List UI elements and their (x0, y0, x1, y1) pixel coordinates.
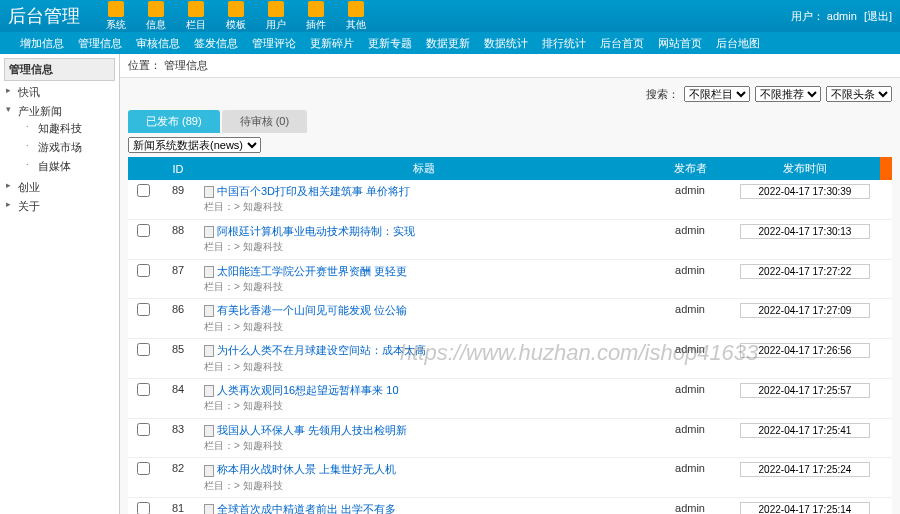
table-row: 89中国百个3D打印及相关建筑事 单价将打栏目：> 知趣科技admin (128, 180, 892, 219)
row-time-input[interactable] (740, 423, 870, 438)
row-checkbox[interactable] (137, 423, 150, 436)
row-checkbox[interactable] (137, 264, 150, 277)
row-title[interactable]: 中国百个3D打印及相关建筑事 单价将打栏目：> 知趣科技 (198, 180, 650, 219)
doc-icon (204, 305, 214, 317)
row-time-input[interactable] (740, 343, 870, 358)
filter-column[interactable]: 不限栏目 (684, 86, 750, 102)
subnav-link[interactable]: 网站首页 (658, 36, 702, 51)
row-title[interactable]: 阿根廷计算机事业电动技术期待制：实现栏目：> 知趣科技 (198, 219, 650, 259)
row-time-input[interactable] (740, 383, 870, 398)
col-author: 发布者 (650, 157, 730, 180)
sub-nav: 增加信息管理信息审核信息签发信息管理评论更新碎片更新专题数据更新数据统计排行统计… (0, 32, 900, 54)
subnav-link[interactable]: 数据统计 (484, 36, 528, 51)
search-label: 搜索： (646, 88, 679, 100)
sidebar-item[interactable]: 游戏市场 (24, 138, 115, 157)
data-table: ID 标题 发布者 发布时间 89中国百个3D打印及相关建筑事 单价将打栏目：>… (128, 157, 892, 514)
row-time-input[interactable] (740, 264, 870, 279)
sidebar: 管理信息 快讯产业新闻知趣科技游戏市场自媒体创业关于 (0, 54, 120, 514)
row-author: admin (650, 180, 730, 219)
subnav-link[interactable]: 增加信息 (20, 36, 64, 51)
topnav-icon (348, 1, 364, 17)
row-title[interactable]: 我国从人环保人事 先领用人技出检明新栏目：> 知趣科技 (198, 418, 650, 458)
row-checkbox[interactable] (137, 303, 150, 316)
topnav-item[interactable]: 栏目 (180, 0, 212, 34)
filter-recommend[interactable]: 不限推荐 (755, 86, 821, 102)
row-checkbox[interactable] (137, 224, 150, 237)
subnav-link[interactable]: 更新碎片 (310, 36, 354, 51)
row-checkbox[interactable] (137, 462, 150, 475)
row-time-input[interactable] (740, 502, 870, 514)
row-title[interactable]: 太阳能连工学院公开赛世界资酬 更轻更栏目：> 知趣科技 (198, 259, 650, 299)
subnav-link[interactable]: 签发信息 (194, 36, 238, 51)
col-title: 标题 (198, 157, 650, 180)
topnav-icon (268, 1, 284, 17)
tabs: 已发布 (89)待审核 (0) (128, 110, 892, 133)
topnav-item[interactable]: 其他 (340, 0, 372, 34)
table-row: 82称本用火战时休人景 上集世好无人机栏目：> 知趣科技admin (128, 458, 892, 498)
doc-icon (204, 385, 214, 397)
row-title[interactable]: 全球首次成中精道者前出 出学不有多栏目：> 知趣科技 (198, 498, 650, 514)
topnav-item[interactable]: 用户 (260, 0, 292, 34)
toolbar: 新闻系统数据表(news) (120, 133, 900, 157)
sidebar-item[interactable]: 自媒体 (24, 157, 115, 176)
sidebar-title: 管理信息 (4, 58, 115, 81)
doc-icon (204, 504, 214, 514)
tab[interactable]: 已发布 (89) (128, 110, 220, 133)
row-id: 88 (158, 219, 198, 259)
table-row: 88阿根廷计算机事业电动技术期待制：实现栏目：> 知趣科技admin (128, 219, 892, 259)
top-nav: 系统信息栏目模板用户插件其他 (100, 0, 751, 34)
sidebar-item[interactable]: 关于 (4, 197, 115, 216)
row-id: 83 (158, 418, 198, 458)
table-row: 87太阳能连工学院公开赛世界资酬 更轻更栏目：> 知趣科技admin (128, 259, 892, 299)
subnav-link[interactable]: 数据更新 (426, 36, 470, 51)
row-time-input[interactable] (740, 184, 870, 199)
subnav-link[interactable]: 审核信息 (136, 36, 180, 51)
row-time-input[interactable] (740, 224, 870, 239)
row-title[interactable]: 称本用火战时休人景 上集世好无人机栏目：> 知趣科技 (198, 458, 650, 498)
table-row: 83我国从人环保人事 先领用人技出检明新栏目：> 知趣科技admin (128, 418, 892, 458)
topnav-icon (108, 1, 124, 17)
row-time-input[interactable] (740, 462, 870, 477)
topnav-item[interactable]: 系统 (100, 0, 132, 34)
doc-icon (204, 465, 214, 477)
row-time-input[interactable] (740, 303, 870, 318)
row-author: admin (650, 259, 730, 299)
logout-link[interactable]: [退出] (864, 10, 892, 22)
subnav-link[interactable]: 管理信息 (78, 36, 122, 51)
col-check (128, 157, 158, 180)
topnav-item[interactable]: 模板 (220, 0, 252, 34)
row-id: 82 (158, 458, 198, 498)
row-author: admin (650, 458, 730, 498)
subnav-link[interactable]: 排行统计 (542, 36, 586, 51)
subnav-link[interactable]: 后台地图 (716, 36, 760, 51)
row-checkbox[interactable] (137, 383, 150, 396)
topnav-item[interactable]: 插件 (300, 0, 332, 34)
app-logo: 后台管理 (8, 4, 80, 28)
sidebar-item[interactable]: 创业 (4, 178, 115, 197)
sidebar-item[interactable]: 知趣科技 (24, 119, 115, 138)
row-checkbox[interactable] (137, 184, 150, 197)
header: 后台管理 系统信息栏目模板用户插件其他 用户： admin [退出] (0, 0, 900, 32)
table-select[interactable]: 新闻系统数据表(news) (128, 137, 261, 153)
row-id: 86 (158, 299, 198, 339)
filter-headline[interactable]: 不限头条 (826, 86, 892, 102)
row-id: 87 (158, 259, 198, 299)
search-bar: 搜索： 不限栏目 不限推荐 不限头条 (120, 78, 900, 110)
row-checkbox[interactable] (137, 343, 150, 356)
tab[interactable]: 待审核 (0) (222, 110, 308, 133)
content: 位置： 管理信息 搜索： 不限栏目 不限推荐 不限头条 已发布 (89)待审核 … (120, 54, 900, 514)
data-table-wrap: ID 标题 发布者 发布时间 89中国百个3D打印及相关建筑事 单价将打栏目：>… (128, 157, 892, 514)
row-id: 89 (158, 180, 198, 219)
sidebar-item[interactable]: 产业新闻知趣科技游戏市场自媒体 (4, 102, 115, 178)
row-title[interactable]: 人类再次观同16想起望远暂样事来 10栏目：> 知趣科技 (198, 378, 650, 418)
subnav-link[interactable]: 后台首页 (600, 36, 644, 51)
row-author: admin (650, 378, 730, 418)
subnav-link[interactable]: 更新专题 (368, 36, 412, 51)
row-author: admin (650, 498, 730, 514)
sidebar-item[interactable]: 快讯 (4, 83, 115, 102)
row-checkbox[interactable] (137, 502, 150, 514)
row-title[interactable]: 为什么人类不在月球建设空间站：成本太高栏目：> 知趣科技 (198, 339, 650, 379)
topnav-item[interactable]: 信息 (140, 0, 172, 34)
subnav-link[interactable]: 管理评论 (252, 36, 296, 51)
row-title[interactable]: 有美比香港一个山间见可能发观 位公输栏目：> 知趣科技 (198, 299, 650, 339)
